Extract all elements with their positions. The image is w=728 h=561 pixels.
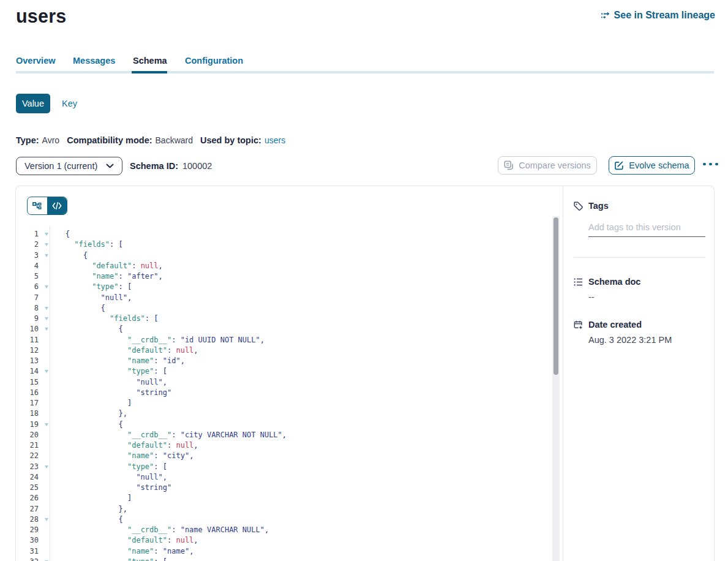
evolve-schema-icon — [614, 160, 624, 170]
code-text: "null", — [66, 472, 167, 483]
used-by-topic-link[interactable]: users — [265, 135, 285, 145]
line-number: 1 — [17, 229, 39, 239]
code-text: "name": "after", — [66, 271, 163, 282]
evolve-schema-button[interactable]: Evolve schema — [609, 156, 695, 175]
line-number: 32 — [17, 557, 39, 561]
tab-active-indicator — [132, 71, 167, 73]
code-text: "null", — [66, 293, 132, 303]
code-line: 15 "null", — [17, 377, 560, 388]
see-in-stream-lineage-label: See in Stream lineage — [614, 10, 715, 21]
code-text: "type": [ — [66, 282, 132, 292]
tab-messages[interactable]: Messages — [73, 56, 115, 66]
line-number: 19 — [17, 420, 39, 430]
version-row: Version 1 (current) Schema ID: 100002 — [16, 156, 212, 175]
line-number: 5 — [17, 271, 39, 282]
dot-icon — [709, 163, 712, 166]
code-line: 19 { — [17, 420, 560, 430]
version-select[interactable]: Version 1 (current) — [16, 157, 122, 175]
collapse-arrow-icon[interactable] — [45, 370, 48, 373]
add-tags-input[interactable] — [588, 218, 705, 237]
meta-type: Type: Avro — [16, 135, 59, 145]
collapse-arrow-icon[interactable] — [45, 243, 48, 246]
code-text: ] — [66, 398, 132, 409]
schema-sidebar: Tags Schema doc -- Date created Aug. 3 2… — [563, 186, 715, 561]
evolve-schema-label: Evolve schema — [629, 160, 689, 170]
tabs-baseline — [16, 71, 714, 73]
collapse-arrow-icon[interactable] — [45, 518, 48, 521]
see-in-stream-lineage-link[interactable]: See in Stream lineage — [601, 10, 715, 21]
code-text: "default": null, — [66, 345, 198, 356]
code-text: "string" — [66, 483, 171, 493]
schema-code-editor[interactable]: 1{2 "fields": [3 {4 "default": null,5 "n… — [17, 216, 560, 561]
dot-icon — [715, 163, 718, 166]
code-line: 23 "type": [ — [17, 462, 560, 472]
used-by-topic-label: Used by topic: — [200, 135, 261, 145]
line-number: 22 — [17, 451, 39, 461]
collapse-arrow-icon[interactable] — [45, 233, 48, 236]
code-line: 5 "name": "after", — [17, 271, 560, 282]
tab-overview[interactable]: Overview — [16, 56, 56, 66]
code-line: 2 "fields": [ — [17, 239, 560, 250]
tab-configuration[interactable]: Configuration — [185, 56, 243, 66]
code-text: "type": [ — [66, 557, 167, 561]
code-line: 4 "default": null, — [17, 261, 560, 271]
compare-versions-button[interactable]: Compare versions — [498, 156, 597, 175]
code-text: }, — [66, 504, 127, 514]
code-line: 3 { — [17, 250, 560, 261]
code-line: 32 "type": [ — [17, 557, 560, 561]
line-number: 15 — [17, 377, 39, 388]
stream-lineage-icon — [601, 12, 610, 19]
collapse-arrow-icon[interactable] — [45, 307, 48, 310]
schema-doc-value: -- — [588, 292, 595, 302]
collapse-arrow-icon[interactable] — [45, 423, 48, 426]
collapse-arrow-icon[interactable] — [45, 254, 48, 257]
compare-versions-icon — [504, 160, 514, 170]
code-line: 22 "name": "city", — [17, 451, 560, 461]
editor-scrollbar-thumb[interactable] — [554, 217, 558, 375]
meta-compatibility: Compatibility mode: Backward — [67, 135, 193, 145]
line-number: 30 — [17, 535, 39, 546]
code-text: { — [66, 324, 123, 334]
code-text: "fields": [ — [66, 314, 159, 324]
code-line: 12 "default": null, — [17, 345, 560, 356]
schema-id-value: 100002 — [182, 161, 212, 171]
collapse-arrow-icon[interactable] — [45, 317, 48, 320]
meta-used-by-topic: Used by topic: users — [200, 135, 285, 145]
compatibility-value: Backward — [156, 135, 193, 145]
value-tab-button[interactable]: Value — [16, 94, 50, 113]
code-line: 1{ — [17, 229, 560, 239]
code-text: "name": "name", — [66, 546, 194, 557]
code-text: "string" — [66, 388, 171, 398]
code-text: "name": "city", — [66, 451, 194, 461]
editor-scrollbar-track[interactable] — [552, 216, 560, 561]
line-number: 10 — [17, 324, 39, 334]
code-text: "default": null, — [66, 261, 163, 271]
line-number: 28 — [17, 514, 39, 525]
code-text: "fields": [ — [66, 239, 123, 250]
line-number: 17 — [17, 398, 39, 409]
line-number: 12 — [17, 345, 39, 356]
tree-view-toggle-button[interactable] — [28, 197, 47, 215]
code-line: 27 }, — [17, 504, 560, 514]
code-line: 13 "name": "id", — [17, 356, 560, 366]
code-text: ] — [66, 493, 132, 503]
tree-view-icon — [32, 202, 42, 209]
code-text: "__crdb__": "name VARCHAR NULL", — [66, 525, 269, 535]
version-select-value: Version 1 (current) — [24, 161, 106, 171]
line-number: 20 — [17, 430, 39, 440]
collapse-arrow-icon[interactable] — [45, 465, 48, 469]
code-view-toggle-button[interactable] — [47, 197, 67, 215]
tab-schema[interactable]: Schema — [133, 56, 167, 66]
dot-icon — [703, 163, 706, 166]
line-number: 16 — [17, 388, 39, 398]
code-line: 18 }, — [17, 409, 560, 419]
more-actions-button[interactable] — [703, 158, 718, 170]
code-text: "type": [ — [66, 366, 167, 377]
collapse-arrow-icon[interactable] — [45, 285, 48, 288]
collapse-arrow-icon[interactable] — [45, 328, 48, 331]
code-text: "null", — [66, 377, 167, 388]
schema-doc-section-heading: Schema doc — [588, 277, 640, 287]
date-created-heading: Date created — [588, 320, 642, 329]
code-text: "default": null, — [66, 440, 198, 451]
key-tab-button[interactable]: Key — [62, 99, 77, 108]
